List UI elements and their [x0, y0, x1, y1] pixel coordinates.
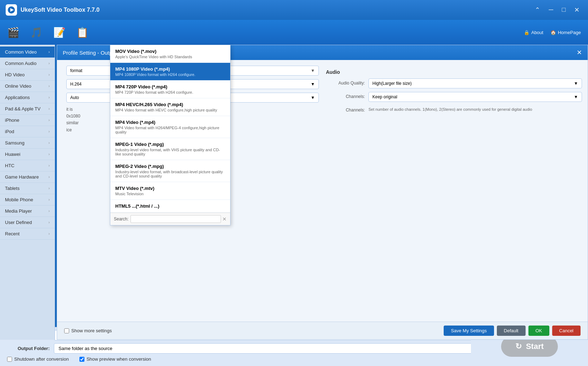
- sidebar-item-huawei[interactable]: Huawei›: [0, 149, 55, 160]
- subtitle-icon: 📝: [53, 27, 66, 38]
- audio-quality-arrow: ▼: [574, 81, 578, 86]
- start-label: Start: [526, 342, 544, 351]
- audio-section-title: Audio: [326, 69, 582, 75]
- lock-icon: 🔒: [524, 30, 529, 35]
- save-settings-btn[interactable]: Save My Settings: [444, 326, 494, 336]
- sidebar-item-hdvideo[interactable]: HD Video›: [0, 69, 55, 81]
- sidebar-item-gamehardware[interactable]: Game Hardware›: [0, 171, 55, 183]
- about-link[interactable]: 🔒 About: [524, 30, 543, 35]
- dialog-footer: Show more settings Save My Settings Defa…: [57, 322, 588, 339]
- search-clear-btn[interactable]: ✕: [222, 216, 227, 222]
- format-item-5[interactable]: MPEG-1 Video (*.mpg)Industry-level video…: [110, 138, 230, 160]
- home-icon: 🏠: [550, 30, 556, 35]
- default-btn[interactable]: Default: [497, 326, 526, 336]
- app-icon: [6, 4, 17, 16]
- search-input[interactable]: [131, 215, 221, 223]
- dialog-close-btn[interactable]: ✕: [577, 49, 582, 56]
- sidebar-item-tablets[interactable]: Tablets›: [0, 183, 55, 194]
- media-info-icon: 📋: [76, 27, 89, 38]
- channels-row: Channels: Keep original ▼: [326, 92, 582, 102]
- channels-select[interactable]: Keep original ▼: [368, 92, 582, 102]
- sidebar-item-onlinevideo[interactable]: Online Video›: [0, 81, 55, 92]
- audio-section: Audio Audio Quality: High(Larger file si…: [326, 69, 582, 113]
- cancel-btn[interactable]: Cancel: [552, 326, 581, 336]
- channels-control: Keep original ▼: [368, 92, 582, 102]
- sidebar-item-iphone[interactable]: iPhone›: [0, 115, 55, 126]
- toolbar-right: 🔒 About 🏠 HomePage: [524, 30, 581, 35]
- format-item-0[interactable]: MOV Video (*.mov)Apple's QuickTime Video…: [110, 45, 230, 63]
- app-title: UkeySoft Video Toolbox 7.7.0: [21, 7, 528, 13]
- audio-quality-select[interactable]: High(Larger file size) ▼: [368, 78, 582, 88]
- sidebar-item-ipod[interactable]: iPod›: [0, 126, 55, 137]
- audio-quality-value: High(Larger file size): [372, 81, 412, 86]
- format-dropdown-arrow: ▼: [311, 68, 315, 73]
- channels-info-row: Channels: Set number of audio channels. …: [326, 105, 582, 113]
- channels-info-text: Set number of audio channels. 1(Mono), 2…: [368, 107, 582, 112]
- preview-check[interactable]: Show preview when conversion: [79, 356, 151, 362]
- sidebar-item-commonaudio[interactable]: Common Audio›: [0, 58, 55, 69]
- video-convert-icon: 🎬: [7, 27, 20, 38]
- sidebar-item-samsung[interactable]: Samsung›: [0, 137, 55, 149]
- search-label: Search:: [114, 217, 128, 222]
- folder-value: Same folder as the source: [59, 346, 112, 351]
- channels-value: Keep original: [372, 94, 397, 99]
- audio-convert-icon: 🎵: [30, 27, 43, 38]
- audio-quality-label: Audio Quality:: [326, 78, 365, 86]
- format-item-2[interactable]: MP4 720P Video (*.mp4)MP4 720P Video for…: [110, 81, 230, 98]
- shutdown-check[interactable]: Shutdown after conversion: [7, 356, 69, 362]
- format-item-6[interactable]: MPEG-2 Video (*.mpg)Industry-level video…: [110, 160, 230, 182]
- format-item-1[interactable]: MP4 1080P Video (*.mp4)MP4 1080P Video f…: [110, 63, 230, 81]
- dialog-actions: Save My Settings Default OK Cancel: [444, 326, 581, 336]
- about-label: About: [531, 30, 543, 35]
- channels-arrow: ▼: [574, 94, 578, 99]
- start-icon: ↻: [515, 342, 522, 351]
- preview-checkbox[interactable]: [79, 357, 84, 362]
- sidebar-item-applications[interactable]: Applications›: [0, 92, 55, 103]
- toolbar-audio-convert[interactable]: 🎵: [30, 27, 43, 38]
- format-select-label: format: [70, 68, 82, 73]
- sidebar-item-recent[interactable]: Recent›: [0, 228, 55, 240]
- format-item-3[interactable]: MP4 HEVC/H.265 Video (*.mp4)MP4 Video fo…: [110, 98, 230, 116]
- audio-quality-row: Audio Quality: High(Larger file size) ▼: [326, 78, 582, 88]
- show-more-settings-checkbox[interactable]: [64, 328, 69, 333]
- format-search-bar: Search: ✕: [110, 213, 230, 225]
- window-minimize-btn[interactable]: ─: [546, 5, 556, 15]
- main-container: Common Video›Common Audio›HD Video›Onlin…: [0, 45, 588, 340]
- sidebar: Common Video›Common Audio›HD Video›Onlin…: [0, 45, 55, 340]
- homepage-link[interactable]: 🏠 HomePage: [550, 30, 581, 35]
- window-close-btn[interactable]: ✕: [571, 5, 582, 15]
- preview-label: Show preview when conversion: [87, 356, 151, 362]
- sidebar-item-mediaplayer[interactable]: Media Player›: [0, 206, 55, 217]
- title-bar: UkeySoft Video Toolbox 7.7.0 ⌃ ─ □ ✕: [0, 0, 588, 20]
- toolbar: 🎬 🎵 📝 📋 🔒 About 🏠 HomePage: [0, 20, 588, 45]
- channels-info-text-area: Set number of audio channels. 1(Mono), 2…: [368, 105, 582, 112]
- dialog-right-panel: Audio Audio Quality: High(Larger file si…: [326, 66, 582, 316]
- toolbar-media-info[interactable]: 📋: [76, 27, 89, 38]
- show-more-settings-check[interactable]: Show more settings: [64, 328, 112, 333]
- channels-info-label: Channels:: [326, 105, 365, 113]
- window-maximize-btn[interactable]: □: [559, 5, 568, 15]
- toolbar-subtitle-edit[interactable]: 📝: [53, 27, 66, 38]
- show-more-settings-label: Show more settings: [71, 328, 112, 333]
- window-dropdown-btn[interactable]: ⌃: [532, 5, 543, 15]
- ok-btn[interactable]: OK: [528, 326, 549, 336]
- sidebar-item-mobilephone[interactable]: Mobile Phone›: [0, 194, 55, 206]
- shutdown-label: Shutdown after conversion: [14, 356, 69, 362]
- sidebar-item-pad&&appletv[interactable]: Pad && Apple TV›: [0, 103, 55, 115]
- audio-quality-control: High(Larger file size) ▼: [368, 78, 582, 88]
- window-controls: ⌃ ─ □ ✕: [532, 5, 582, 15]
- channels-label: Channels:: [326, 92, 365, 99]
- sidebar-item-htc[interactable]: HTC›: [0, 160, 55, 171]
- output-folder-label: Output Folder:: [7, 346, 50, 351]
- sidebar-item-userdefined[interactable]: User Defined›: [0, 217, 55, 228]
- format-item-4[interactable]: MP4 Video (*.mp4)MP4 Video format with H…: [110, 116, 230, 138]
- toolbar-video-convert[interactable]: 🎬: [7, 27, 20, 38]
- format-item-7[interactable]: MTV Video (*.mtv)Music Television: [110, 182, 230, 200]
- format-dropdown: MOV Video (*.mov)Apple's QuickTime Video…: [110, 45, 231, 225]
- homepage-label: HomePage: [558, 30, 581, 35]
- sidebar-item-commonvideo[interactable]: Common Video›: [0, 47, 55, 58]
- folder-select[interactable]: Same folder as the source ▼: [54, 343, 508, 354]
- format-item-8[interactable]: HTML5 ...(*.html / ...): [110, 200, 230, 213]
- shutdown-checkbox[interactable]: [7, 357, 12, 362]
